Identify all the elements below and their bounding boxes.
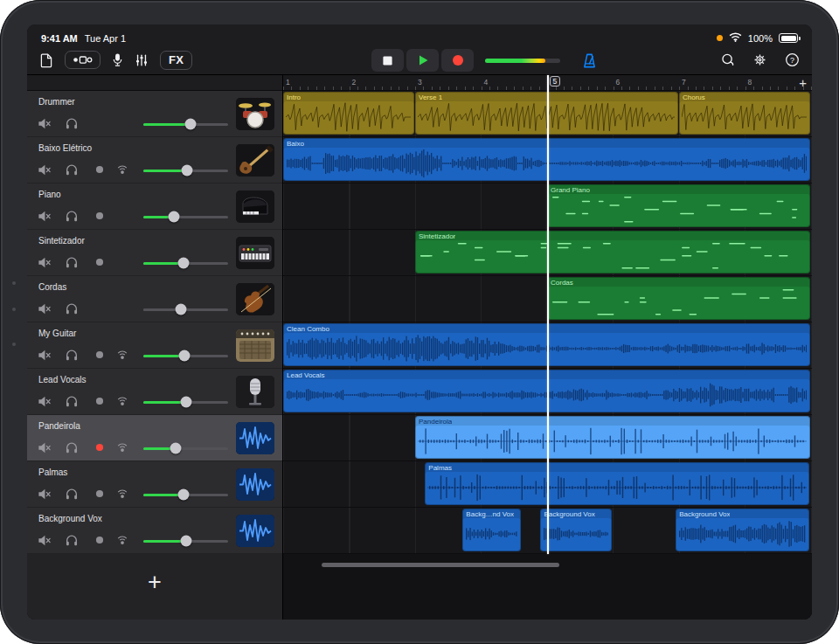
monitor-button[interactable] [65,533,80,549]
volume-knob[interactable] [177,489,189,501]
monitor-button[interactable] [65,209,80,225]
instrument-icon-waveform[interactable] [236,422,274,454]
record-button[interactable] [441,49,474,72]
instrument-icon-drums[interactable] [236,98,274,130]
volume-knob[interactable] [170,443,181,454]
volume-knob[interactable] [185,119,197,130]
volume-knob[interactable] [175,304,186,315]
volume-knob[interactable] [177,258,189,269]
volume-knob[interactable] [182,165,193,177]
track-header-palmas[interactable]: Palmas [27,461,282,508]
volume-slider[interactable] [143,123,228,126]
mute-button[interactable] [37,116,52,132]
track-header-my-guitar[interactable]: My Guitar [27,322,282,369]
mute-button[interactable] [37,440,52,456]
record-enable-button[interactable] [93,348,108,364]
volume-knob[interactable] [180,536,191,547]
add-bars-button[interactable]: + [799,75,807,90]
play-button[interactable] [406,49,439,72]
monitor-button[interactable] [65,348,80,364]
master-level-meter[interactable] [485,59,560,63]
mute-button[interactable] [37,487,52,502]
mute-button[interactable] [37,348,52,364]
instrument-icon-strings[interactable] [236,283,274,315]
monitor-button[interactable] [65,440,80,456]
track-header-piano[interactable]: Piano [27,184,282,230]
audio-region[interactable]: Backg…nd Vox [462,509,520,551]
monitor-button[interactable] [65,394,80,410]
metronome-icon[interactable] [581,52,598,69]
volume-knob[interactable] [180,397,191,408]
mute-button[interactable] [37,163,52,178]
playhead[interactable] [547,75,549,554]
record-enable-button[interactable] [93,487,108,502]
instrument-icon-mic[interactable] [236,376,274,408]
track-header-drummer[interactable]: Drummer [27,91,282,137]
track-header-lead-vocals[interactable]: Lead Vocals [27,369,282,415]
mute-button[interactable] [37,255,52,271]
instrument-icon-waveform[interactable] [236,468,274,501]
track-header-sintetizador[interactable]: Sintetizador [27,230,282,276]
audio-region[interactable]: Background Vox [540,509,612,551]
mute-button[interactable] [37,301,52,317]
mute-button[interactable] [37,209,52,225]
volume-knob[interactable] [168,211,179,223]
track-header-background-vox[interactable]: Background Vox [27,508,282,554]
help-icon[interactable]: ? [785,52,800,67]
audio-region[interactable]: Pandeirola [415,416,810,459]
microphone-icon[interactable] [112,52,123,67]
loop-browser-icon[interactable] [720,52,735,67]
mute-button[interactable] [37,394,52,410]
midi-region[interactable]: Sintetizador [415,231,810,274]
volume-slider[interactable] [143,494,228,496]
instrument-icon-piano[interactable] [236,190,274,223]
document-icon[interactable] [39,52,53,68]
volume-slider[interactable] [143,447,228,450]
input-settings-button[interactable] [115,440,131,456]
midi-region[interactable]: Grand Piano [547,184,810,227]
track-header-baixo-el-trico[interactable]: Baixo Elétrico [27,137,282,184]
fx-button[interactable]: FX [160,51,192,70]
instrument-icon-synth[interactable] [236,237,274,269]
mixer-icon[interactable] [135,53,149,67]
instrument-icon-amp[interactable] [236,329,274,362]
instrument-icon-waveform[interactable] [236,515,274,547]
mute-button[interactable] [37,533,52,549]
record-enable-button[interactable] [93,163,108,178]
volume-slider[interactable] [143,170,228,172]
horizontal-scrollbar[interactable] [322,563,559,567]
settings-icon[interactable] [752,52,767,67]
input-settings-button[interactable] [115,348,131,364]
volume-knob[interactable] [178,350,190,362]
record-enable-button[interactable] [93,209,108,225]
volume-slider[interactable] [143,308,228,311]
volume-slider[interactable] [143,216,228,218]
audio-region[interactable]: Intro [283,92,414,135]
monitor-button[interactable] [65,487,80,502]
instrument-icon-bass[interactable] [236,144,274,177]
audio-region[interactable]: Background Vox [676,509,809,551]
stop-button[interactable] [371,49,404,72]
record-enable-button[interactable] [93,533,108,549]
track-header-cordas[interactable]: Cordas [27,276,282,322]
volume-slider[interactable] [143,355,228,357]
volume-slider[interactable] [143,262,228,265]
volume-slider[interactable] [143,540,228,543]
audio-region[interactable]: Palmas [425,462,809,505]
monitor-button[interactable] [65,116,80,132]
input-settings-button[interactable] [115,394,131,410]
monitor-button[interactable] [65,301,80,317]
record-enable-button[interactable] [93,440,108,456]
record-enable-button[interactable] [93,394,108,410]
add-track-button[interactable]: + [148,564,162,599]
track-header-pandeirola[interactable]: Pandeirola [27,415,282,461]
input-settings-button[interactable] [115,533,131,549]
input-settings-button[interactable] [115,487,131,502]
record-enable-button[interactable] [93,255,108,271]
track-controls-icon[interactable] [65,51,101,69]
monitor-button[interactable] [65,255,80,271]
midi-region[interactable]: Cordas [547,277,810,320]
input-settings-button[interactable] [115,163,131,178]
monitor-button[interactable] [65,163,80,178]
volume-slider[interactable] [143,401,228,404]
